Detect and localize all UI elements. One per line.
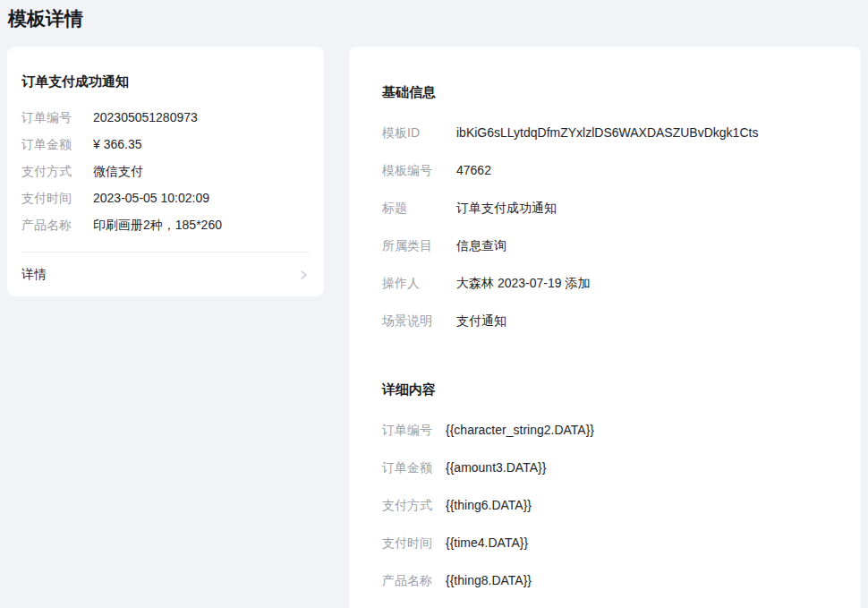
- content-area: 订单支付成功通知 订单编号 202305051280973 订单金额 ¥ 366…: [0, 47, 868, 608]
- row-value: 信息查询: [456, 235, 506, 255]
- row-order-amount-field: 订单金额 {{amount3.DATA}}: [382, 458, 829, 477]
- row-label: 支付时间: [21, 189, 93, 207]
- template-preview-card: 订单支付成功通知 订单编号 202305051280973 订单金额 ¥ 366…: [7, 47, 324, 296]
- row-payment-time-field: 支付时间 {{time4.DATA}}: [382, 533, 829, 552]
- row-label: 订单金额: [21, 135, 93, 153]
- row-label: 操作人: [382, 273, 456, 293]
- preview-row-order-amount: 订单金额 ¥ 366.35: [21, 135, 310, 153]
- row-operator: 操作人 大森林 2023-07-19 添加: [382, 273, 829, 293]
- row-label: 订单编号: [21, 108, 93, 126]
- row-template-id: 模板ID ibKiG6sLLytdqDfmZYxlzlDS6WAXDASZUBv…: [382, 123, 829, 142]
- row-product-name-field: 产品名称 {{thing8.DATA}}: [382, 570, 829, 590]
- row-value: {{thing6.DATA}}: [446, 495, 532, 515]
- basic-info-rows: 模板ID ibKiG6sLLytdqDfmZYxlzlDS6WAXDASZUBv…: [382, 123, 829, 330]
- row-label: 场景说明: [382, 311, 456, 330]
- row-title: 标题 订单支付成功通知: [382, 198, 829, 218]
- detail-link-label: 详情: [21, 267, 47, 283]
- row-payment-method-field: 支付方式 {{thing6.DATA}}: [382, 495, 829, 515]
- detail-content-rows: 订单编号 {{character_string2.DATA}} 订单金额 {{a…: [382, 420, 829, 590]
- row-value: 支付通知: [456, 311, 506, 330]
- row-value: {{time4.DATA}}: [446, 533, 528, 552]
- row-value: {{character_string2.DATA}}: [446, 420, 594, 440]
- row-label: 模板编号: [382, 160, 456, 180]
- basic-info-section: 基础信息 模板ID ibKiG6sLLytdqDfmZYxlzlDS6WAXDA…: [382, 82, 829, 330]
- row-value: 47662: [456, 160, 491, 180]
- row-label: 模板ID: [382, 123, 456, 142]
- row-value: {{thing8.DATA}}: [446, 570, 532, 590]
- row-label: 产品名称: [382, 570, 446, 590]
- row-label: 订单金额: [382, 458, 446, 477]
- row-value: 202305051280973: [93, 108, 198, 126]
- preview-row-payment-time: 支付时间 2023-05-05 10:02:09: [21, 189, 310, 207]
- page-title: 模板详情: [0, 0, 868, 31]
- row-value: ¥ 366.35: [93, 135, 142, 153]
- row-category: 所属类目 信息查询: [382, 235, 829, 255]
- chevron-right-icon: [297, 269, 310, 281]
- preview-card-title: 订单支付成功通知: [21, 72, 310, 91]
- row-template-number: 模板编号 47662: [382, 160, 829, 180]
- row-label: 支付方式: [382, 495, 446, 515]
- row-label: 支付方式: [21, 162, 93, 180]
- row-label: 支付时间: [382, 533, 446, 552]
- preview-row-product-name: 产品名称 印刷画册2种，185*260: [21, 216, 310, 234]
- row-label: 所属类目: [382, 235, 456, 255]
- row-scene-description: 场景说明 支付通知: [382, 311, 829, 330]
- detail-content-title: 详细内容: [382, 380, 829, 399]
- detail-content-section: 详细内容 订单编号 {{character_string2.DATA}} 订单金…: [382, 380, 829, 590]
- preview-row-order-number: 订单编号 202305051280973: [21, 108, 310, 126]
- row-label: 订单编号: [382, 420, 446, 440]
- row-value: 订单支付成功通知: [456, 198, 557, 218]
- row-order-number-field: 订单编号 {{character_string2.DATA}}: [382, 420, 829, 440]
- row-value: 微信支付: [93, 162, 143, 180]
- row-value: 2023-05-05 10:02:09: [93, 189, 209, 207]
- row-label: 标题: [382, 198, 456, 218]
- basic-info-title: 基础信息: [382, 82, 829, 102]
- row-value: 印刷画册2种，185*260: [93, 216, 222, 234]
- row-value: 大森林 2023-07-19 添加: [456, 273, 590, 293]
- template-detail-card: 基础信息 模板ID ibKiG6sLLytdqDfmZYxlzlDS6WAXDA…: [349, 47, 861, 608]
- row-value: {{amount3.DATA}}: [446, 458, 546, 477]
- preview-rows: 订单编号 202305051280973 订单金额 ¥ 366.35 支付方式 …: [21, 108, 310, 234]
- preview-row-payment-method: 支付方式 微信支付: [21, 162, 310, 180]
- row-value: ibKiG6sLLytdqDfmZYxlzlDS6WAXDASZUBvDkgk1…: [456, 123, 758, 142]
- detail-link[interactable]: 详情: [21, 253, 310, 296]
- row-label: 产品名称: [21, 216, 93, 234]
